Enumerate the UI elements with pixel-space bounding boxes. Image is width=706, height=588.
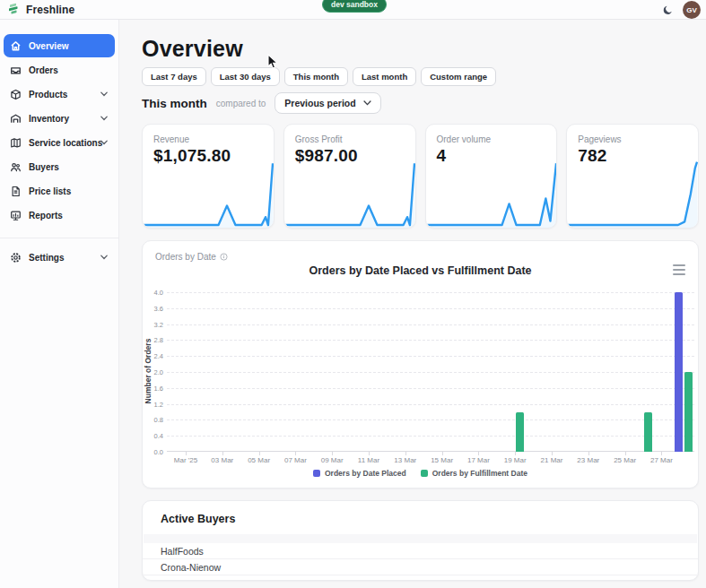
sidebar-item-overview[interactable]: Overview xyxy=(4,34,115,57)
sparkline-chart xyxy=(284,161,415,228)
sidebar-item-settings[interactable]: Settings xyxy=(4,246,115,269)
x-tick-label: 17 Mar xyxy=(467,456,490,464)
range-button-this-month[interactable]: This month xyxy=(284,67,348,86)
users-icon xyxy=(10,161,22,173)
stat-card-order-volume: Order volume4 xyxy=(425,124,558,229)
x-tick-label: 19 Mar xyxy=(504,456,527,464)
chart-bar[interactable] xyxy=(516,412,524,453)
chart-title: Orders by Date Placed vs Fulfillment Dat… xyxy=(143,264,698,277)
sidebar-item-label: Buyers xyxy=(29,162,59,172)
stat-card-revenue: Revenue$1,075.80 xyxy=(142,124,275,229)
stat-label: Gross Profit xyxy=(295,134,343,144)
range-button-last-30-days[interactable]: Last 30 days xyxy=(211,67,280,86)
legend-item-orders-by-date-placed[interactable]: Orders by Date Placed xyxy=(313,469,406,478)
compare-period-value: Previous period xyxy=(284,98,355,108)
y-tick-label: 4.0 xyxy=(154,289,163,297)
sidebar-item-label: Price lists xyxy=(29,186,71,196)
y-tick-label: 0.8 xyxy=(154,416,163,424)
active-buyers-table-header xyxy=(144,534,697,543)
sparkline-chart xyxy=(567,161,698,228)
x-tick-label: 21 Mar xyxy=(541,456,563,464)
x-tick-label: 03 Mar xyxy=(211,456,233,464)
top-bar: Freshline dev sandbox GV xyxy=(0,0,706,20)
chart-bar[interactable] xyxy=(684,372,693,452)
chart-bar[interactable] xyxy=(644,412,652,453)
gear-icon xyxy=(10,252,22,264)
sidebar-item-label: Overview xyxy=(29,41,68,51)
chevron-down-icon xyxy=(100,140,108,145)
sidebar-item-inventory[interactable]: Inventory xyxy=(4,107,115,130)
x-tick-label: 27 Mar xyxy=(650,456,673,464)
legend-label: Orders by Fulfillment Date xyxy=(432,469,527,478)
legend-swatch xyxy=(313,470,320,477)
widget-label-text: Orders by Date xyxy=(155,252,216,262)
sparkline-chart xyxy=(143,161,274,228)
date-range-buttons: Last 7 daysLast 30 daysThis monthLast mo… xyxy=(142,67,496,86)
map-icon xyxy=(10,137,22,149)
x-tick-label: 05 Mar xyxy=(248,456,270,464)
inbox-icon xyxy=(10,65,22,76)
sidebar-item-products[interactable]: Products xyxy=(4,82,115,106)
legend-label: Orders by Date Placed xyxy=(325,469,406,478)
stat-card-pageviews: Pageviews782 xyxy=(566,124,699,229)
compared-to-label: compared to xyxy=(216,99,266,108)
active-buyers-title: Active Buyers xyxy=(161,513,235,525)
chevron-down-icon xyxy=(363,100,371,106)
x-tick-label: Mar '25 xyxy=(174,456,197,464)
chevron-down-icon xyxy=(100,255,108,260)
compare-period-select[interactable]: Previous period xyxy=(275,92,380,114)
buyer-row[interactable]: HalfFoods xyxy=(143,543,698,559)
active-buyers-card: Active Buyers HalfFoodsCrona-Nienow xyxy=(142,500,699,581)
user-avatar[interactable]: GV xyxy=(683,1,701,19)
sidebar-item-label: Reports xyxy=(29,211,63,220)
brand-name: Freshline xyxy=(26,4,74,16)
x-tick-label: 09 Mar xyxy=(321,456,344,464)
freshline-logo-icon xyxy=(7,3,21,16)
sidebar-item-price-lists[interactable]: Price lists xyxy=(4,179,115,203)
y-tick-label: 0.0 xyxy=(154,448,163,456)
chevron-down-icon xyxy=(100,116,108,121)
sidebar-item-service-locations[interactable]: Service locations xyxy=(4,131,115,154)
x-tick-label: 11 Mar xyxy=(358,456,379,464)
x-tick-label: 07 Mar xyxy=(284,456,307,464)
sidebar-divider xyxy=(0,238,118,238)
y-tick-label: 3.6 xyxy=(154,305,163,313)
legend-item-orders-by-fulfillment-date[interactable]: Orders by Fulfillment Date xyxy=(421,469,527,478)
x-tick-label: 25 Mar xyxy=(614,456,636,464)
dark-mode-toggle[interactable] xyxy=(662,4,674,16)
sidebar-item-label: Settings xyxy=(29,253,64,263)
selected-period-label: This month xyxy=(142,97,207,110)
y-tick-label: 3.2 xyxy=(154,321,163,329)
brand[interactable]: Freshline xyxy=(0,3,74,16)
chart-x-ticks: Mar '2503 Mar05 Mar07 Mar09 Mar11 Mar13 … xyxy=(167,456,694,465)
y-tick-label: 2.0 xyxy=(154,368,163,376)
legend-swatch xyxy=(421,470,428,477)
sidebar-item-buyers[interactable]: Buyers xyxy=(4,155,115,178)
stat-label: Pageviews xyxy=(578,134,621,144)
chart-bar[interactable] xyxy=(675,292,683,452)
range-button-last-7-days[interactable]: Last 7 days xyxy=(142,67,206,86)
stat-card-gross-profit: Gross Profit$987.00 xyxy=(283,124,416,229)
stat-label: Revenue xyxy=(153,134,189,144)
stat-label: Order volume xyxy=(437,134,492,144)
sidebar-item-orders[interactable]: Orders xyxy=(4,58,115,82)
chart-context-menu-icon[interactable] xyxy=(673,264,685,275)
sidebar-item-label: Orders xyxy=(29,65,58,75)
range-button-last-month[interactable]: Last month xyxy=(353,67,416,86)
chart-legend: Orders by Date PlacedOrders by Fulfillme… xyxy=(143,469,698,478)
sidebar-item-label: Inventory xyxy=(29,114,69,124)
orders-by-date-chart-card: Orders by Date Orders by Date Placed vs … xyxy=(142,240,699,489)
document-icon xyxy=(10,186,22,197)
info-icon[interactable] xyxy=(220,253,228,261)
buyer-row[interactable]: Crona-Nienow xyxy=(143,559,698,575)
sidebar-item-label: Products xyxy=(29,90,67,99)
sidebar: OverviewOrdersProductsInventoryService l… xyxy=(0,20,119,588)
y-tick-label: 2.8 xyxy=(154,336,163,344)
sidebar-item-label: Service locations xyxy=(29,138,102,148)
chart-plot-area xyxy=(167,292,694,452)
range-button-custom-range[interactable]: Custom range xyxy=(421,67,496,86)
chevron-down-icon xyxy=(100,91,108,97)
sidebar-item-reports[interactable]: Reports xyxy=(4,203,115,227)
y-tick-label: 2.4 xyxy=(154,352,163,360)
home-icon xyxy=(10,40,22,52)
